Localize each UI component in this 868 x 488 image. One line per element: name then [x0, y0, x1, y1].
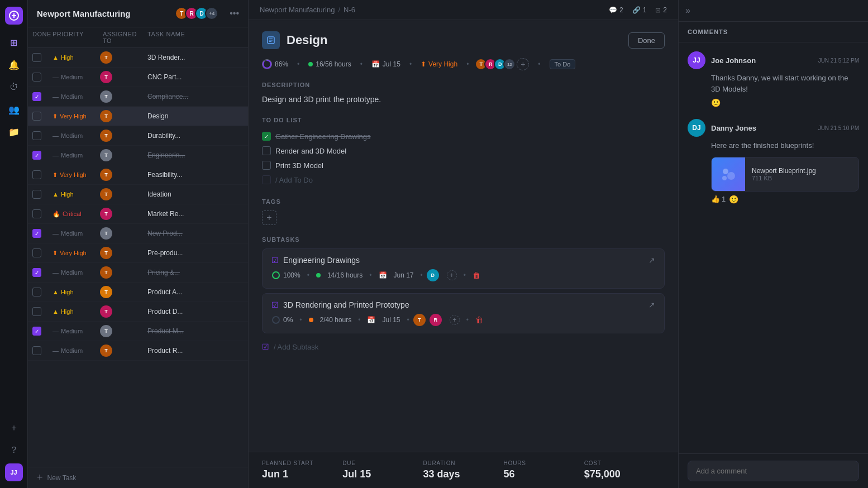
add-todo-checkbox-placeholder — [262, 175, 271, 184]
add-subtask-button[interactable]: ☑ / Add Subtask — [262, 338, 665, 356]
todo-item[interactable]: ✓ Gather Engineering Drawings — [262, 129, 665, 143]
task-row[interactable]: — Medium T CNC Part... — [28, 68, 248, 87]
hours-label: HOURS — [504, 460, 584, 466]
due-date-item: 📅 Jul 15 — [371, 60, 400, 68]
external-link-icon[interactable]: ↗ — [648, 256, 655, 265]
todo-checkbox[interactable] — [262, 161, 271, 170]
link-count: 1 — [643, 6, 647, 14]
status-tag[interactable]: To Do — [550, 59, 576, 69]
add-icon[interactable]: ＋ — [5, 419, 23, 437]
task-row[interactable]: 🔥 Critical T Market Re... — [28, 204, 248, 224]
task-checkbox[interactable] — [32, 248, 41, 257]
delete-subtask-button[interactable]: 🗑 — [473, 271, 480, 280]
task-row[interactable]: ⬆ Very High T Design — [28, 107, 248, 126]
add-task-label: New Task — [47, 474, 77, 482]
task-row[interactable]: ▲ High T Ideation — [28, 185, 248, 204]
subtask-progress-circle-icon — [271, 315, 280, 324]
clock-icon[interactable]: ⏱ — [5, 78, 23, 96]
team-icon[interactable]: 👥 — [5, 101, 23, 118]
add-todo-button[interactable]: / Add To Do — [262, 173, 665, 187]
task-row[interactable]: ▲ High T 3D Render... — [28, 48, 248, 68]
assignee-avatar: T — [100, 149, 112, 161]
more-options-icon[interactable]: ••• — [230, 8, 239, 18]
task-checkbox[interactable] — [32, 346, 41, 355]
priority-icon: ▲ — [53, 308, 59, 315]
task-checkbox[interactable]: ✓ — [32, 151, 41, 160]
app-logo-icon[interactable] — [5, 7, 23, 25]
task-name: Product R... — [147, 347, 244, 355]
comment-count-action[interactable]: 💬 2 — [609, 6, 623, 14]
subtask-assignee-avatar: R — [430, 314, 442, 326]
delete-subtask-button[interactable]: 🗑 — [475, 315, 483, 324]
external-link-icon[interactable]: ↗ — [648, 300, 655, 309]
add-reaction-button[interactable]: 🙂 — [711, 98, 721, 107]
task-checkbox[interactable] — [32, 209, 41, 218]
comment-header: JJ Joe Johnson JUN 21 5:12 PM — [688, 51, 859, 69]
task-row[interactable]: — Medium T Durability... — [28, 126, 248, 146]
priority-icon: ⬆ — [53, 171, 58, 179]
add-assignee-button[interactable]: + — [517, 58, 529, 70]
help-icon[interactable]: ？ — [5, 441, 23, 459]
add-tag-button[interactable]: + — [262, 210, 276, 225]
progress-item: 86% — [262, 59, 288, 69]
add-subtask-assignee-button[interactable]: + — [447, 270, 457, 280]
todo-item[interactable]: Render and 3D Model — [262, 143, 665, 158]
calendar-icon: 📅 — [379, 271, 387, 279]
task-row[interactable]: ▲ High T Product A... — [28, 283, 248, 302]
user-avatar-icon[interactable]: JJ — [5, 463, 23, 481]
priority-badge: ▲ High — [53, 191, 103, 198]
comment-time: JUN 21 5:10 PM — [818, 125, 859, 131]
add-reaction-button[interactable]: 🙂 — [729, 195, 738, 204]
task-checkbox[interactable] — [32, 131, 41, 140]
breadcrumb-project[interactable]: Newport Manufacturing — [260, 6, 335, 14]
breadcrumb: Newport Manufacturing / N-6 — [260, 6, 355, 14]
task-checkbox[interactable] — [32, 307, 41, 316]
todo-checkbox[interactable]: ✓ — [262, 132, 271, 141]
task-checkbox[interactable]: ✓ — [32, 327, 41, 336]
todo-item[interactable]: Print 3D Model — [262, 158, 665, 173]
subtask-count-action[interactable]: ⊡ 2 — [655, 6, 667, 14]
task-list-header: Newport Manufacturing T R D +4 ••• — [28, 0, 248, 27]
folder-icon[interactable]: 📁 — [5, 123, 23, 141]
reaction-thumbsup[interactable]: 👍 1 — [711, 195, 726, 203]
home-icon[interactable]: ⊞ — [5, 34, 23, 51]
task-name: Pricing &... — [147, 269, 244, 276]
task-checkbox[interactable] — [32, 73, 41, 82]
add-task-button[interactable]: + New Task — [28, 467, 248, 488]
task-checkbox[interactable]: ✓ — [32, 268, 41, 277]
task-checkbox[interactable]: ✓ — [32, 229, 41, 238]
duration-stat: DURATION 33 days — [423, 460, 503, 480]
assignee-count: 12 — [503, 58, 516, 70]
task-checkbox[interactable] — [32, 112, 41, 121]
task-checkbox[interactable] — [32, 288, 41, 296]
detail-footer: PLANNED START Jun 1 DUE Jul 15 DURATION … — [249, 452, 678, 488]
comment-input[interactable] — [688, 461, 859, 481]
done-button[interactable]: Done — [628, 32, 665, 49]
task-row[interactable]: ✓ — Medium T Compliance... — [28, 87, 248, 107]
task-checkbox[interactable]: ✓ — [32, 92, 41, 101]
comment-avatar: JJ — [688, 51, 705, 69]
notification-icon[interactable]: 🔔 — [5, 56, 23, 74]
task-name: 3D Render... — [147, 54, 244, 61]
collapse-panel-button[interactable]: » — [679, 0, 868, 22]
task-row[interactable]: ✓ — Medium T New Prod... — [28, 224, 248, 243]
task-row[interactable]: ✓ — Medium T Product M... — [28, 322, 248, 341]
comment-attachment[interactable]: Newport Blueprint.jpg 711 KB — [711, 157, 859, 192]
task-row[interactable]: ▲ High T Product D... — [28, 302, 248, 322]
add-subtask-assignee-button[interactable]: + — [450, 315, 460, 325]
task-row[interactable]: ⬆ Very High T Pre-produ... — [28, 243, 248, 263]
task-row[interactable]: ✓ — Medium T Pricing &... — [28, 263, 248, 283]
todo-checkbox[interactable] — [262, 146, 271, 155]
comment-avatar: DJ — [688, 119, 705, 137]
task-checkbox[interactable] — [32, 170, 41, 179]
subtask-progress-pct: 100% — [283, 271, 301, 279]
task-row[interactable]: ✓ — Medium T Engineerin... — [28, 146, 248, 165]
priority-label: Medium — [61, 152, 83, 159]
tags-section: TAGS + — [262, 198, 665, 225]
task-row[interactable]: ⬆ Very High T Feasibility... — [28, 165, 248, 185]
task-checkbox[interactable] — [32, 53, 41, 62]
task-checkbox[interactable] — [32, 190, 41, 199]
link-count-action[interactable]: 🔗 1 — [632, 6, 647, 14]
task-row[interactable]: — Medium T Product R... — [28, 341, 248, 361]
task-name: Design — [147, 112, 244, 120]
